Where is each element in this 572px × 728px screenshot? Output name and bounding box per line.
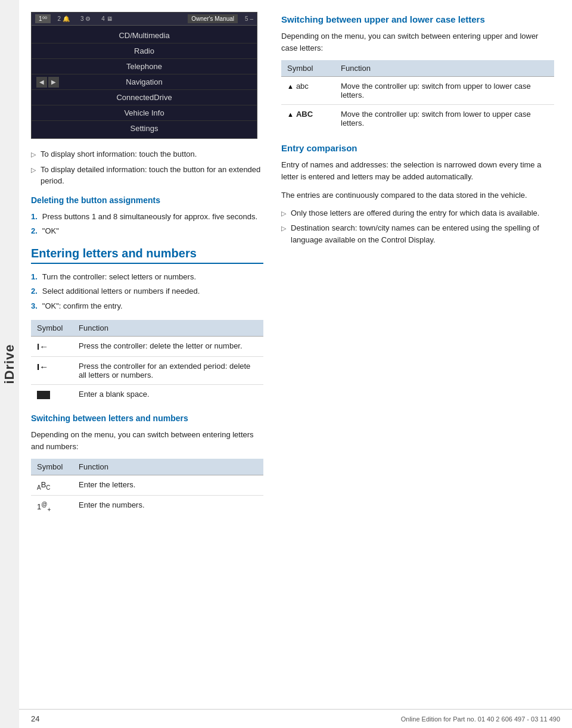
nav-item-settings[interactable]: Settings — [32, 121, 257, 136]
table2-row-1: ABC Enter the letters. — [31, 475, 263, 496]
backspace-bold-icon: I← — [37, 362, 48, 372]
table1-sym-2: I← — [31, 357, 73, 385]
blank-space-icon — [37, 391, 50, 399]
entry-comparison-heading: Entry comparison — [281, 143, 554, 153]
entering-text-1: Turn the controller: select letters or n… — [42, 271, 196, 283]
symbol-table-1: Symbol Function I← Press the controller:… — [31, 320, 263, 404]
entering-text-2: Select additional letters or numbers if … — [42, 285, 200, 297]
table2-func-2: Enter the numbers. — [73, 496, 263, 517]
sidebar: iDrive — [0, 0, 19, 728]
sidebar-label: iDrive — [2, 344, 17, 384]
nav-tab-2: 2 🔔 — [54, 14, 73, 23]
entering-step-2: 2. Select additional letters or numbers … — [31, 285, 263, 297]
nav-tab-3: 3 ⚙ — [77, 14, 94, 23]
backspace-icon: I← — [37, 341, 48, 351]
nav-item-cd[interactable]: CD/Multimedia — [32, 28, 257, 43]
entering-step-3: 3. "OK": confirm the entry. — [31, 300, 263, 312]
symbol-table-3: Symbol Function ▲ abc Move the controlle… — [281, 60, 554, 132]
table3-sym-1: ▲ abc — [281, 77, 335, 105]
nav-close: 5 – — [245, 15, 253, 22]
entering-num-3: 3. — [31, 300, 38, 312]
nav-item-navigation[interactable]: Navigation — [32, 74, 257, 90]
table2-header-function: Function — [73, 459, 263, 475]
entering-step-1: 1. Turn the controller: select letters o… — [31, 271, 263, 283]
nav-tab-1: 1⁰⁰ — [35, 14, 51, 23]
deleting-heading: Deleting the button assignments — [31, 195, 263, 205]
table1-func-2: Press the controller for an extended per… — [73, 357, 263, 385]
table1-func-1: Press the controller: delete the letter … — [73, 337, 263, 357]
table3-func-2: Move the controller up: switch from lowe… — [335, 105, 554, 133]
table2-row-2: 1@+ Enter the numbers. — [31, 496, 263, 517]
nav-left-arrow[interactable]: ◀ — [36, 77, 47, 88]
entering-heading: Entering letters and numbers — [31, 247, 263, 264]
table1-sym-3 — [31, 385, 73, 404]
entering-num-1: 1. — [31, 271, 38, 283]
step-text-2: "OK" — [42, 225, 59, 237]
table1-row-2: I← Press the controller for an extended … — [31, 357, 263, 385]
nav-top-bar: 1⁰⁰ 2 🔔 3 ⚙ 4 🖥 Owner's Manual 5 – — [32, 13, 257, 26]
abc-lower-icon: abc — [296, 82, 309, 91]
triangle-up-icon-2: ▲ — [287, 111, 294, 118]
nav-item-telephone[interactable]: Telephone — [32, 59, 257, 74]
switching-letters-body: Depending on the menu, you can switch be… — [31, 429, 263, 453]
right-bullet-text-2: Destination search: town/city names can … — [291, 222, 554, 245]
abc-upper-icon: ABC — [296, 110, 313, 119]
table3-header-function: Function — [335, 60, 554, 77]
upper-abc-symbol: ▲ ABC — [287, 110, 329, 119]
table3-header-symbol: Symbol — [281, 60, 335, 77]
nav-owner-manual: Owner's Manual — [188, 14, 238, 23]
table2-header-symbol: Symbol — [31, 459, 73, 475]
main-content: 1⁰⁰ 2 🔔 3 ⚙ 4 🖥 Owner's Manual 5 – ◀ ▶ C… — [19, 0, 572, 539]
left-column: 1⁰⁰ 2 🔔 3 ⚙ 4 🖥 Owner's Manual 5 – ◀ ▶ C… — [31, 12, 263, 527]
right-bullet-arrow-2: ▷ — [281, 223, 286, 234]
nav-menu: CD/Multimedia Radio Telephone Navigation… — [32, 26, 257, 138]
switching-upper-body: Depending on the menu, you can switch be… — [281, 30, 554, 54]
numbers-icon: 1@+ — [37, 502, 51, 511]
nav-arrow-area: ◀ ▶ CD/Multimedia Radio Telephone Naviga… — [32, 26, 257, 138]
entry-comparison-body2: The entries are continuously compared to… — [281, 189, 554, 201]
bullet-arrow-2: ▷ — [31, 165, 36, 175]
table1-row-1: I← Press the controller: delete the lett… — [31, 337, 263, 357]
entering-num-2: 2. — [31, 285, 38, 297]
info-bullets: ▷ To display short information: touch th… — [31, 148, 263, 187]
nav-arrows: ◀ ▶ — [36, 77, 59, 88]
right-column: Switching between upper and lower case l… — [281, 12, 554, 527]
nav-right-arrow[interactable]: ▶ — [48, 77, 59, 88]
step-text-1: Press buttons 1 and 8 simultaneously for… — [42, 211, 257, 223]
symbol-table-2: Symbol Function ABC Enter the letters. 1… — [31, 459, 263, 518]
switching-upper-heading: Switching between upper and lower case l… — [281, 14, 554, 24]
table1-header-function: Function — [73, 320, 263, 337]
triangle-up-icon-1: ▲ — [287, 83, 294, 90]
entering-text-3: "OK": confirm the entry. — [42, 300, 123, 312]
entry-comparison-body1: Entry of names and addresses: the select… — [281, 159, 554, 183]
table3-row-2: ▲ ABC Move the controller up: switch fro… — [281, 105, 554, 133]
deleting-step-1: 1. Press buttons 1 and 8 simultaneously … — [31, 211, 263, 223]
table3-sym-2: ▲ ABC — [281, 105, 335, 133]
right-bullet-1: ▷ Only those letters are offered during … — [281, 207, 554, 219]
lower-abc-symbol: ▲ abc — [287, 82, 329, 91]
switching-letters-heading: Switching between letters and numbers — [31, 413, 263, 423]
entry-comparison-bullets: ▷ Only those letters are offered during … — [281, 207, 554, 246]
right-bullet-2: ▷ Destination search: town/city names ca… — [281, 222, 554, 245]
nav-item-vehicle[interactable]: Vehicle Info — [32, 105, 257, 121]
nav-item-radio[interactable]: Radio — [32, 43, 257, 59]
nav-tab-4: 4 🖥 — [98, 14, 116, 23]
bullet-item-1: ▷ To display short information: touch th… — [31, 148, 263, 160]
right-bullet-arrow-1: ▷ — [281, 209, 286, 219]
table2-func-1: Enter the letters. — [73, 475, 263, 496]
table2-sym-1: ABC — [31, 475, 73, 496]
page-number: 24 — [31, 714, 39, 723]
deleting-list: 1. Press buttons 1 and 8 simultaneously … — [31, 211, 263, 237]
footer-text: Online Edition for Part no. 01 40 2 606 … — [401, 715, 560, 723]
table1-func-3: Enter a blank space. — [73, 385, 263, 404]
entering-list: 1. Turn the controller: select letters o… — [31, 271, 263, 312]
table2-sym-2: 1@+ — [31, 496, 73, 517]
nav-screenshot: 1⁰⁰ 2 🔔 3 ⚙ 4 🖥 Owner's Manual 5 – ◀ ▶ C… — [31, 12, 257, 139]
step-num-1: 1. — [31, 211, 38, 223]
table3-row-1: ▲ abc Move the controller up: switch fro… — [281, 77, 554, 105]
table1-row-3: Enter a blank space. — [31, 385, 263, 404]
step-num-2: 2. — [31, 225, 38, 237]
bullet-text-1: To display short information: touch the … — [41, 148, 197, 160]
bullet-text-2: To display detailed information: touch t… — [41, 164, 263, 187]
nav-item-connected[interactable]: ConnectedDrive — [32, 90, 257, 105]
